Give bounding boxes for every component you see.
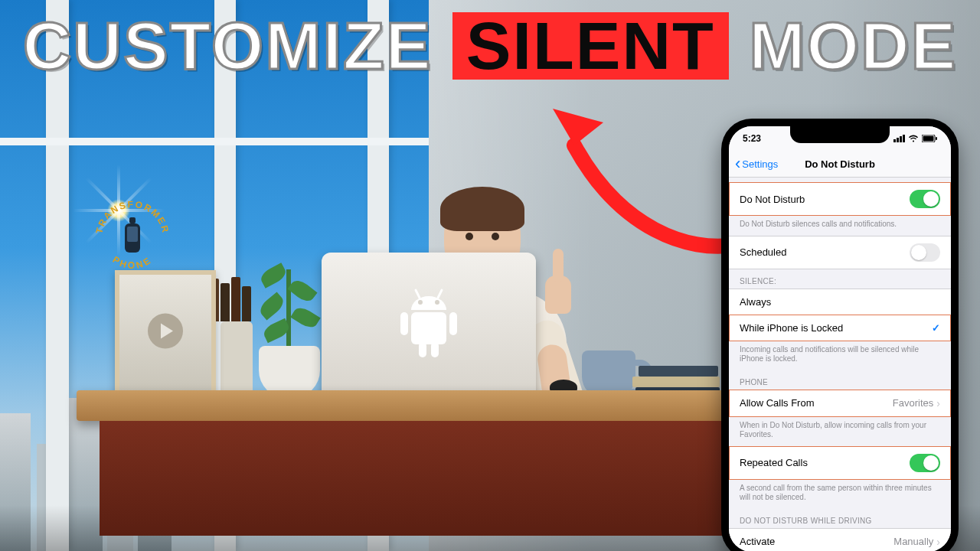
row-label: Do Not Disturb xyxy=(740,194,805,205)
potted-plant xyxy=(253,237,325,398)
svg-rect-11 xyxy=(419,342,426,357)
svg-line-9 xyxy=(438,290,442,298)
svg-rect-12 xyxy=(431,342,439,357)
row-value: Manually xyxy=(893,536,933,547)
svg-point-7 xyxy=(435,300,439,305)
row-label: Allow Calls From xyxy=(740,397,815,409)
row-subtext: A second call from the same person withi… xyxy=(729,480,951,509)
svg-rect-16 xyxy=(923,136,934,142)
headline-title: CUSTOMIZE SILENT MODE xyxy=(0,12,980,80)
back-button[interactable]: Settings xyxy=(729,158,778,170)
title-word-1: CUSTOMIZE xyxy=(23,8,433,83)
row-label: Always xyxy=(740,296,771,308)
section-header-driving: DO NOT DISTURB WHILE DRIVING xyxy=(729,509,951,528)
iphone-notch xyxy=(790,126,890,143)
row-label: Activate xyxy=(740,536,775,547)
row-label: Scheduled xyxy=(740,246,786,258)
title-word-2: MODE xyxy=(749,8,957,83)
row-scheduled[interactable]: Scheduled xyxy=(729,236,951,269)
chevron-right-icon: › xyxy=(936,397,940,409)
row-activate[interactable]: Activate Manually› xyxy=(729,528,951,552)
iphone-screen: 5:23 Settings Do Not Disturb Do Not Dist… xyxy=(729,126,951,551)
svg-rect-17 xyxy=(936,137,937,140)
youtube-play-plaque xyxy=(115,270,216,398)
svg-rect-14 xyxy=(449,312,457,335)
row-value: Favorites xyxy=(893,397,933,409)
row-repeated-calls[interactable]: Repeated Calls xyxy=(729,446,951,480)
status-time: 5:23 xyxy=(743,133,761,144)
section-header-silence: SILENCE: xyxy=(729,269,951,289)
checkmark-icon: ✓ xyxy=(932,322,940,334)
row-label: While iPhone is Locked xyxy=(740,322,843,334)
toggle-switch[interactable] xyxy=(910,190,940,208)
play-icon xyxy=(148,313,183,348)
svg-rect-4 xyxy=(127,227,138,242)
svg-point-6 xyxy=(418,300,423,305)
svg-rect-10 xyxy=(411,312,446,344)
laptop xyxy=(322,253,536,398)
svg-rect-13 xyxy=(400,312,408,335)
toggle-switch[interactable] xyxy=(910,243,940,262)
svg-line-8 xyxy=(416,290,420,298)
channel-badge: TRANSFORMER PHONE xyxy=(90,196,175,280)
toggle-switch[interactable] xyxy=(910,454,940,472)
candle xyxy=(220,321,253,398)
row-subtext: Incoming calls and notifications will be… xyxy=(729,341,951,370)
svg-text:PHONE: PHONE xyxy=(111,254,155,271)
row-allow-calls-from[interactable]: Allow Calls From Favorites› xyxy=(729,390,951,417)
row-do-not-disturb[interactable]: Do Not Disturb xyxy=(729,182,951,216)
row-label: Repeated Calls xyxy=(740,457,808,468)
status-icons xyxy=(893,135,937,142)
row-subtext: When in Do Not Disturb, allow incoming c… xyxy=(729,417,951,446)
signal-icon xyxy=(893,135,905,142)
row-subtext: Do Not Disturb silences calls and notifi… xyxy=(729,216,951,236)
desk xyxy=(77,390,766,543)
section-header-phone: PHONE xyxy=(729,370,951,390)
window-frame xyxy=(0,138,429,145)
title-highlight: SILENT xyxy=(452,12,729,80)
svg-rect-5 xyxy=(129,217,136,223)
row-always[interactable]: Always xyxy=(729,289,951,315)
iphone-mockup: 5:23 Settings Do Not Disturb Do Not Dist… xyxy=(721,119,959,551)
battery-icon xyxy=(922,135,937,142)
thumbnail-stage: TRANSFORMER PHONE xyxy=(0,0,980,551)
row-while-locked[interactable]: While iPhone is Locked ✓ xyxy=(729,315,951,341)
wifi-icon xyxy=(908,135,919,142)
nav-bar: Settings Do Not Disturb xyxy=(729,151,951,178)
chevron-right-icon: › xyxy=(936,536,940,548)
android-icon xyxy=(396,287,462,367)
